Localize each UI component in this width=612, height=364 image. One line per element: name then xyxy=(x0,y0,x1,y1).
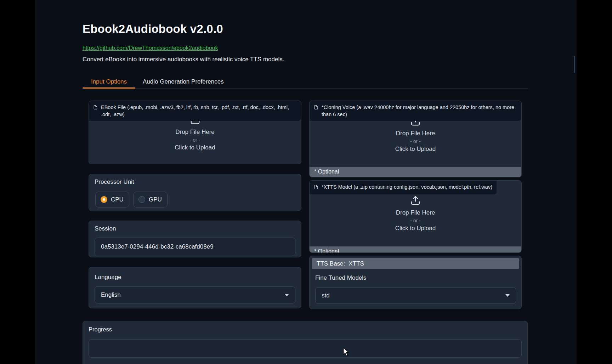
progress-label: Progress xyxy=(89,326,112,333)
xtts-model-label: *XTTS Model (a .zip containing config.js… xyxy=(310,181,497,194)
click-to-upload-text: Click to Upload xyxy=(395,146,436,153)
file-icon xyxy=(314,104,318,112)
chevron-down-icon xyxy=(285,294,289,296)
processor-unit-card: Processor Unit CPU GPU xyxy=(89,174,301,211)
drop-file-here-text: Drop File Here xyxy=(396,209,435,216)
radio-option-cpu[interactable]: CPU xyxy=(95,192,129,207)
radio-selected-icon xyxy=(101,196,107,203)
tts-base-bar: TTS Base: XTTS xyxy=(312,258,519,269)
ebook-file-card: Drop File Here - or - Click to Upload EB… xyxy=(89,101,301,164)
gradio-page: Ebook2Audiobook v2.0.0 https://github.co… xyxy=(35,0,577,364)
progress-output xyxy=(89,339,522,358)
progress-card: Progress xyxy=(83,321,528,364)
app-canvas: Ebook2Audiobook v2.0.0 https://github.co… xyxy=(0,0,612,364)
page-title: Ebook2Audiobook v2.0.0 xyxy=(83,22,223,36)
chevron-down-icon xyxy=(505,294,510,297)
cloning-voice-optional-bar: * Optional xyxy=(310,167,521,177)
tab-input-options[interactable]: Input Options xyxy=(83,78,135,86)
session-input[interactable]: 0a5313e7-0294-446d-bc32-ca68cafd08e9 xyxy=(95,238,295,256)
xtts-model-label-text: *XTTS Model (a .zip containing config.js… xyxy=(322,183,492,190)
drop-file-here-text: Drop File Here xyxy=(396,130,435,137)
processor-unit-label: Processor Unit xyxy=(95,178,134,186)
drop-file-here-text: Drop File Here xyxy=(175,129,215,136)
ebook-file-label: EBook File (.epub, .mobi, .azw3, fb2, lr… xyxy=(89,101,301,121)
session-label: Session xyxy=(95,225,116,232)
session-card: Session 0a5313e7-0294-446d-bc32-ca68cafd… xyxy=(89,221,301,257)
app-description: Convert eBooks into immersive audiobooks… xyxy=(83,56,284,63)
or-text: - or - xyxy=(190,137,200,143)
ebook-file-label-text: EBook File (.epub, .mobi, .azw3, fb2, lr… xyxy=(101,104,297,118)
language-selected-value: English xyxy=(101,291,121,298)
language-card: Language English xyxy=(89,267,301,308)
vertical-scrollbar-thumb[interactable] xyxy=(574,56,575,73)
file-icon xyxy=(93,104,98,112)
tab-divider xyxy=(83,89,528,89)
click-to-upload-text: Click to Upload xyxy=(395,225,436,232)
radio-cpu-label: CPU xyxy=(111,196,124,203)
cloning-voice-card: Drop File Here - or - Click to Upload *C… xyxy=(309,101,522,177)
fine-tuned-models-label: Fine Tuned Models xyxy=(315,274,367,281)
mouse-cursor xyxy=(343,347,349,358)
language-label: Language xyxy=(95,274,121,281)
click-to-upload-text: Click to Upload xyxy=(175,144,215,151)
tab-audio-generation-preferences[interactable]: Audio Generation Preferences xyxy=(143,78,224,86)
or-text: - or - xyxy=(410,138,421,144)
fine-tuned-models-dropdown[interactable]: std xyxy=(315,287,516,304)
xtts-model-card: Drop File Here - or - Click to Upload *X… xyxy=(309,180,522,253)
radio-option-gpu[interactable]: GPU xyxy=(133,192,168,207)
tts-settings-card: TTS Base: XTTS Fine Tuned Models std xyxy=(309,256,522,309)
upload-icon xyxy=(410,195,421,207)
repo-link[interactable]: https://github.com/DrewThomasson/ebook2a… xyxy=(83,45,218,51)
radio-unselected-icon xyxy=(138,196,145,203)
file-icon xyxy=(314,184,318,192)
language-dropdown[interactable]: English xyxy=(95,286,295,303)
radio-gpu-label: GPU xyxy=(149,196,162,203)
or-text: - or - xyxy=(410,218,421,223)
cloning-voice-label-text: *Cloning Voice (a .wav 24000hz for major… xyxy=(322,104,517,118)
session-value: 0a5313e7-0294-446d-bc32-ca68cafd08e9 xyxy=(101,243,214,250)
fine-tuned-selected-value: std xyxy=(322,292,330,299)
tts-base-value: XTTS xyxy=(348,260,364,267)
cloning-voice-label: *Cloning Voice (a .wav 24000hz for major… xyxy=(310,101,521,121)
tts-base-label: TTS Base: xyxy=(317,260,345,267)
xtts-model-optional-bar: * Optional xyxy=(310,246,521,253)
